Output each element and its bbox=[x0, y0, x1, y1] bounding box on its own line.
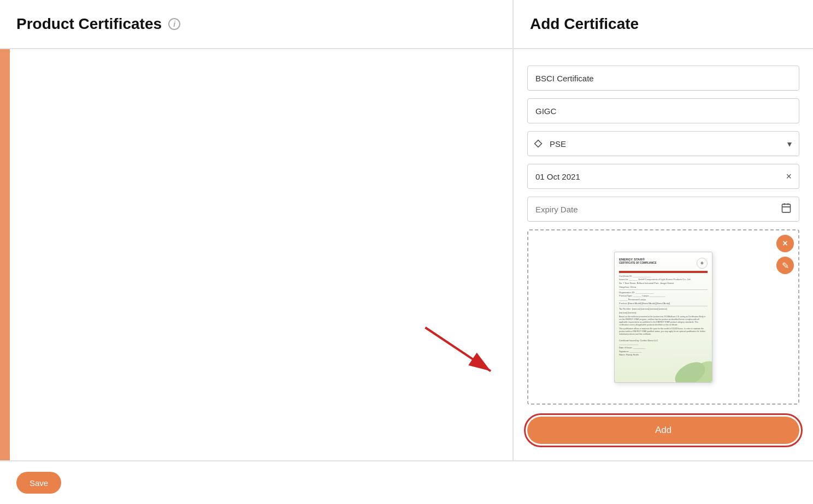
cert-document: ENERGY STAR® CERTIFICATE OF COMPLIANCE ⊕… bbox=[614, 252, 712, 383]
left-panel-header: Product Certificates i bbox=[0, 0, 514, 48]
edit-icon: ✎ bbox=[782, 260, 789, 271]
cert-type-select[interactable]: PSE CE FCC bbox=[527, 131, 799, 156]
close-icon: × bbox=[782, 239, 787, 248]
left-panel bbox=[0, 49, 514, 460]
issuer-input[interactable] bbox=[527, 98, 799, 123]
svg-marker-2 bbox=[535, 140, 542, 147]
issue-date-wrapper: × bbox=[527, 164, 799, 189]
add-button[interactable]: Add bbox=[527, 417, 799, 444]
save-button[interactable]: Save bbox=[16, 472, 61, 494]
right-panel: PSE CE FCC ▾ × bbox=[514, 49, 813, 460]
svg-line-1 bbox=[425, 328, 491, 371]
cert-upload-area[interactable]: ENERGY STAR® CERTIFICATE OF COMPLIANCE ⊕… bbox=[527, 229, 799, 405]
main-container: Product Certificates i Add Certificate bbox=[0, 0, 813, 504]
page-title: Product Certificates bbox=[16, 15, 162, 33]
top-bar: Product Certificates i Add Certificate bbox=[0, 0, 813, 49]
cert-preview: ENERGY STAR® CERTIFICATE OF COMPLIANCE ⊕… bbox=[528, 230, 798, 404]
expiry-date-wrapper bbox=[527, 197, 799, 222]
date-clear-button[interactable]: × bbox=[786, 171, 792, 181]
expiry-date-input[interactable] bbox=[527, 197, 799, 222]
edit-cert-button[interactable]: ✎ bbox=[776, 257, 794, 274]
issue-date-input[interactable] bbox=[527, 164, 799, 189]
svg-rect-3 bbox=[782, 204, 791, 212]
remove-cert-button[interactable]: × bbox=[776, 235, 794, 252]
sidebar-strip bbox=[0, 49, 10, 460]
add-certificate-title: Add Certificate bbox=[530, 15, 639, 33]
cert-name-input[interactable] bbox=[527, 66, 799, 91]
calendar-icon[interactable] bbox=[781, 203, 792, 216]
cert-leaf-decoration bbox=[668, 339, 712, 382]
arrow-pointer bbox=[0, 49, 512, 460]
diamond-icon bbox=[534, 139, 543, 148]
left-panel-body bbox=[0, 49, 512, 460]
right-panel-header: Add Certificate bbox=[514, 0, 813, 48]
content-area: PSE CE FCC ▾ × bbox=[0, 49, 813, 460]
bottom-bar: Save bbox=[0, 460, 813, 504]
info-icon[interactable]: i bbox=[168, 18, 180, 30]
cert-type-wrapper: PSE CE FCC ▾ bbox=[527, 131, 799, 156]
